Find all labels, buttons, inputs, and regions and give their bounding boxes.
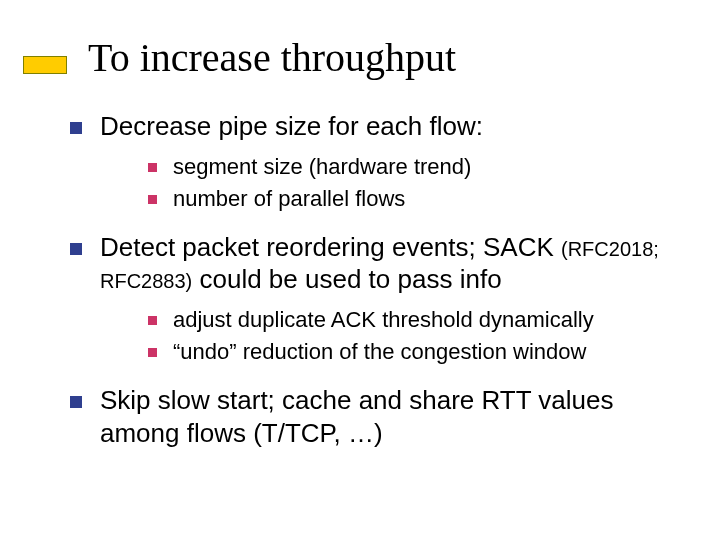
sublist: adjust duplicate ACK threshold dynamical…: [148, 306, 680, 366]
slide: To increase throughput Decrease pipe siz…: [0, 0, 720, 540]
text-segment: could be used to pass info: [192, 264, 501, 294]
bullet-level1: Detect packet reordering events; SACK (R…: [70, 231, 680, 296]
square-bullet-icon: [148, 195, 157, 204]
bullet-level2: “undo” reduction of the congestion windo…: [148, 338, 680, 366]
bullet-text: number of parallel flows: [173, 185, 405, 213]
bullet-level2: segment size (hardware trend): [148, 153, 680, 181]
square-bullet-icon: [70, 243, 82, 255]
sublist: segment size (hardware trend) number of …: [148, 153, 680, 213]
bullet-level1: Decrease pipe size for each flow:: [70, 110, 680, 143]
bullet-text: “undo” reduction of the congestion windo…: [173, 338, 586, 366]
text-segment: Detect packet reordering events; SACK: [100, 232, 561, 262]
bullet-text: segment size (hardware trend): [173, 153, 471, 181]
bullet-text: Decrease pipe size for each flow:: [100, 110, 483, 143]
bullet-text: adjust duplicate ACK threshold dynamical…: [173, 306, 594, 334]
square-bullet-icon: [148, 163, 157, 172]
square-bullet-icon: [70, 122, 82, 134]
square-bullet-icon: [148, 348, 157, 357]
square-bullet-icon: [148, 316, 157, 325]
slide-title: To increase throughput: [88, 34, 456, 81]
bullet-level1: Skip slow start; cache and share RTT val…: [70, 384, 680, 449]
square-bullet-icon: [70, 396, 82, 408]
slide-body: Decrease pipe size for each flow: segmen…: [70, 110, 680, 459]
bullet-level2: adjust duplicate ACK threshold dynamical…: [148, 306, 680, 334]
bullet-text: Skip slow start; cache and share RTT val…: [100, 384, 680, 449]
accent-bar: [23, 56, 67, 74]
bullet-text: Detect packet reordering events; SACK (R…: [100, 231, 680, 296]
bullet-level2: number of parallel flows: [148, 185, 680, 213]
